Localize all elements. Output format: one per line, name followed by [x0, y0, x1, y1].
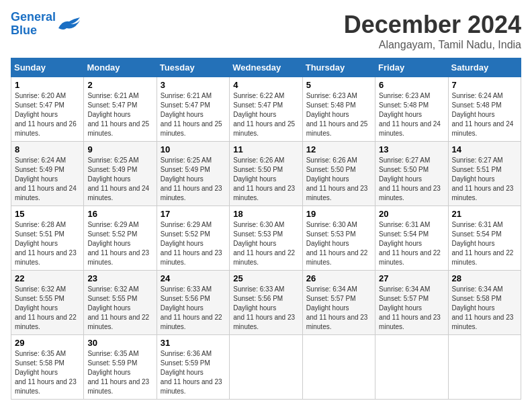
day-detail: Sunrise: 6:23 AMSunset: 5:48 PMDaylight …	[379, 92, 441, 137]
day-number: 7	[452, 80, 517, 90]
calendar-cell	[230, 335, 302, 400]
day-number: 3	[161, 80, 226, 90]
day-detail: Sunrise: 6:34 AMSunset: 5:58 PMDaylight …	[452, 285, 514, 330]
day-detail: Sunrise: 6:20 AMSunset: 5:47 PMDaylight …	[15, 92, 77, 137]
calendar-cell: 26 Sunrise: 6:34 AMSunset: 5:57 PMDaylig…	[302, 271, 375, 335]
calendar-cell: 3 Sunrise: 6:21 AMSunset: 5:47 PMDayligh…	[157, 77, 229, 142]
calendar-cell: 17 Sunrise: 6:29 AMSunset: 5:52 PMDaylig…	[157, 206, 229, 271]
calendar-cell: 12 Sunrise: 6:26 AMSunset: 5:50 PMDaylig…	[302, 142, 375, 206]
logo-icon	[57, 15, 81, 34]
calendar-row: 29 Sunrise: 6:35 AMSunset: 5:58 PMDaylig…	[11, 335, 521, 400]
day-number: 29	[15, 338, 80, 348]
day-number: 18	[233, 209, 298, 219]
day-number: 11	[233, 144, 298, 154]
calendar-cell: 13 Sunrise: 6:27 AMSunset: 5:50 PMDaylig…	[375, 142, 448, 206]
calendar-cell: 1 Sunrise: 6:20 AMSunset: 5:47 PMDayligh…	[11, 77, 84, 142]
day-number: 31	[161, 338, 226, 348]
day-detail: Sunrise: 6:32 AMSunset: 5:55 PMDaylight …	[87, 285, 149, 330]
calendar-cell: 30 Sunrise: 6:35 AMSunset: 5:59 PMDaylig…	[84, 335, 157, 400]
day-detail: Sunrise: 6:29 AMSunset: 5:52 PMDaylight …	[87, 221, 149, 266]
col-tuesday: Tuesday	[157, 58, 229, 77]
calendar-row: 1 Sunrise: 6:20 AMSunset: 5:47 PMDayligh…	[11, 77, 521, 142]
calendar-cell	[302, 335, 375, 400]
day-detail: Sunrise: 6:21 AMSunset: 5:47 PMDaylight …	[161, 92, 222, 137]
calendar-row: 8 Sunrise: 6:24 AMSunset: 5:49 PMDayligh…	[11, 142, 521, 206]
day-detail: Sunrise: 6:34 AMSunset: 5:57 PMDaylight …	[379, 285, 441, 330]
calendar-cell: 22 Sunrise: 6:32 AMSunset: 5:55 PMDaylig…	[11, 271, 84, 335]
calendar-cell: 15 Sunrise: 6:28 AMSunset: 5:51 PMDaylig…	[11, 206, 84, 271]
day-number: 13	[379, 144, 444, 154]
day-detail: Sunrise: 6:32 AMSunset: 5:55 PMDaylight …	[15, 285, 77, 330]
day-number: 28	[452, 273, 517, 283]
day-detail: Sunrise: 6:31 AMSunset: 5:54 PMDaylight …	[452, 221, 514, 266]
day-detail: Sunrise: 6:31 AMSunset: 5:54 PMDaylight …	[379, 221, 441, 266]
day-detail: Sunrise: 6:33 AMSunset: 5:56 PMDaylight …	[233, 285, 295, 330]
title-area: December 2024 Alangayam, Tamil Nadu, Ind…	[344, 11, 521, 51]
col-wednesday: Wednesday	[230, 58, 302, 77]
calendar-cell: 16 Sunrise: 6:29 AMSunset: 5:52 PMDaylig…	[84, 206, 157, 271]
day-detail: Sunrise: 6:28 AMSunset: 5:51 PMDaylight …	[15, 221, 77, 266]
calendar-cell: 14 Sunrise: 6:27 AMSunset: 5:51 PMDaylig…	[448, 142, 521, 206]
calendar-cell: 31 Sunrise: 6:36 AMSunset: 5:59 PMDaylig…	[157, 335, 229, 400]
day-detail: Sunrise: 6:26 AMSunset: 5:50 PMDaylight …	[306, 156, 368, 201]
day-number: 30	[87, 338, 152, 348]
logo: GeneralBlue	[11, 11, 81, 38]
logo-text: GeneralBlue	[11, 11, 56, 38]
day-detail: Sunrise: 6:23 AMSunset: 5:48 PMDaylight …	[306, 92, 368, 137]
col-friday: Friday	[375, 58, 448, 77]
day-number: 8	[15, 144, 80, 154]
calendar-cell: 24 Sunrise: 6:33 AMSunset: 5:56 PMDaylig…	[157, 271, 229, 335]
calendar-cell: 27 Sunrise: 6:34 AMSunset: 5:57 PMDaylig…	[375, 271, 448, 335]
day-number: 6	[379, 80, 444, 90]
location-title: Alangayam, Tamil Nadu, India	[344, 39, 521, 51]
header: GeneralBlue December 2024 Alangayam, Tam…	[11, 11, 521, 51]
calendar-row: 15 Sunrise: 6:28 AMSunset: 5:51 PMDaylig…	[11, 206, 521, 271]
calendar-cell: 28 Sunrise: 6:34 AMSunset: 5:58 PMDaylig…	[448, 271, 521, 335]
calendar-cell: 6 Sunrise: 6:23 AMSunset: 5:48 PMDayligh…	[375, 77, 448, 142]
day-detail: Sunrise: 6:34 AMSunset: 5:57 PMDaylight …	[306, 285, 368, 330]
day-number: 12	[306, 144, 371, 154]
day-detail: Sunrise: 6:27 AMSunset: 5:50 PMDaylight …	[379, 156, 441, 201]
calendar-cell: 23 Sunrise: 6:32 AMSunset: 5:55 PMDaylig…	[84, 271, 157, 335]
day-detail: Sunrise: 6:35 AMSunset: 5:58 PMDaylight …	[15, 350, 77, 395]
day-number: 14	[452, 144, 517, 154]
day-detail: Sunrise: 6:29 AMSunset: 5:52 PMDaylight …	[161, 221, 222, 266]
day-number: 19	[306, 209, 371, 219]
calendar-cell: 4 Sunrise: 6:22 AMSunset: 5:47 PMDayligh…	[230, 77, 302, 142]
calendar-table: Sunday Monday Tuesday Wednesday Thursday…	[11, 58, 521, 400]
col-thursday: Thursday	[302, 58, 375, 77]
calendar-cell: 2 Sunrise: 6:21 AMSunset: 5:47 PMDayligh…	[84, 77, 157, 142]
calendar-cell: 19 Sunrise: 6:30 AMSunset: 5:53 PMDaylig…	[302, 206, 375, 271]
day-number: 2	[87, 80, 152, 90]
calendar-row: 22 Sunrise: 6:32 AMSunset: 5:55 PMDaylig…	[11, 271, 521, 335]
day-detail: Sunrise: 6:36 AMSunset: 5:59 PMDaylight …	[161, 350, 222, 395]
day-number: 15	[15, 209, 80, 219]
calendar-cell: 25 Sunrise: 6:33 AMSunset: 5:56 PMDaylig…	[230, 271, 302, 335]
day-number: 17	[161, 209, 226, 219]
day-number: 27	[379, 273, 444, 283]
day-number: 16	[87, 209, 152, 219]
day-number: 4	[233, 80, 298, 90]
calendar-cell	[448, 335, 521, 400]
day-number: 10	[161, 144, 226, 154]
calendar-cell: 11 Sunrise: 6:26 AMSunset: 5:50 PMDaylig…	[230, 142, 302, 206]
day-detail: Sunrise: 6:30 AMSunset: 5:53 PMDaylight …	[306, 221, 368, 266]
calendar-cell: 8 Sunrise: 6:24 AMSunset: 5:49 PMDayligh…	[11, 142, 84, 206]
calendar-cell: 9 Sunrise: 6:25 AMSunset: 5:49 PMDayligh…	[84, 142, 157, 206]
day-detail: Sunrise: 6:25 AMSunset: 5:49 PMDaylight …	[161, 156, 222, 201]
day-detail: Sunrise: 6:35 AMSunset: 5:59 PMDaylight …	[87, 350, 149, 395]
day-number: 9	[87, 144, 152, 154]
col-saturday: Saturday	[448, 58, 521, 77]
day-detail: Sunrise: 6:22 AMSunset: 5:47 PMDaylight …	[233, 92, 295, 137]
day-number: 24	[161, 273, 226, 283]
calendar-cell: 20 Sunrise: 6:31 AMSunset: 5:54 PMDaylig…	[375, 206, 448, 271]
day-number: 5	[306, 80, 371, 90]
day-number: 25	[233, 273, 298, 283]
col-monday: Monday	[84, 58, 157, 77]
day-detail: Sunrise: 6:24 AMSunset: 5:49 PMDaylight …	[15, 156, 77, 201]
day-detail: Sunrise: 6:33 AMSunset: 5:56 PMDaylight …	[161, 285, 222, 330]
day-number: 21	[452, 209, 517, 219]
calendar-cell	[375, 335, 448, 400]
calendar-cell: 5 Sunrise: 6:23 AMSunset: 5:48 PMDayligh…	[302, 77, 375, 142]
calendar-cell: 10 Sunrise: 6:25 AMSunset: 5:49 PMDaylig…	[157, 142, 229, 206]
